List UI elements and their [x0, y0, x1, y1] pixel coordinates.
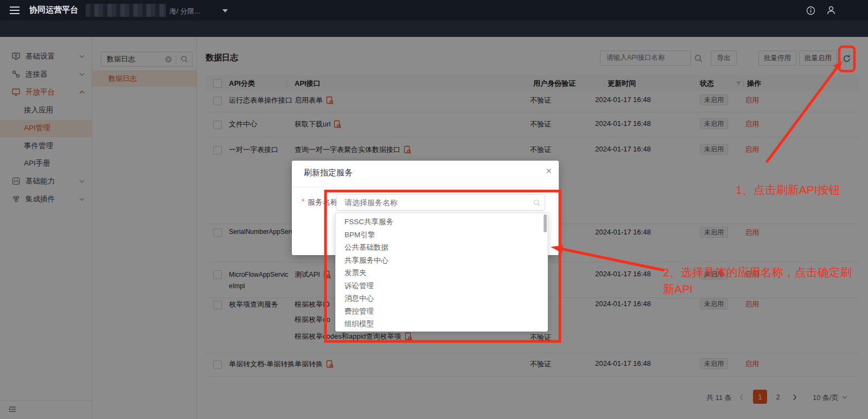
- app-title: 协同运营平台: [29, 5, 78, 15]
- dialog-title: 刷新指定服务: [304, 168, 353, 178]
- required-mark: *: [302, 197, 304, 206]
- menu-icon[interactable]: [10, 7, 20, 14]
- user-icon[interactable]: [826, 5, 836, 15]
- dropdown-scrollbar-thumb[interactable]: [544, 214, 547, 232]
- option-bpm[interactable]: BPM引擎: [336, 228, 547, 242]
- top-bar: 协同运营平台 海/ 分限...: [0, 0, 868, 21]
- service-name-select[interactable]: [336, 194, 545, 211]
- dialog-close-icon[interactable]: ×: [546, 165, 552, 177]
- option-expense-control[interactable]: 费控管理: [336, 305, 547, 318]
- service-options-dropdown: FSSC共享服务 BPM引擎 公共基础数据 共享服务中心 发票夹 诉讼管理 消息…: [335, 213, 548, 332]
- caret-down-icon[interactable]: [222, 9, 228, 12]
- option-message-center[interactable]: 消息中心: [336, 292, 547, 305]
- censored-tenant-name: [86, 4, 166, 17]
- annotation-step-1: 1、点击刷新API按钮: [736, 182, 840, 198]
- service-name-input[interactable]: [343, 198, 525, 207]
- annotation-step-2-line2: 新API: [663, 282, 693, 297]
- option-invoice-folder[interactable]: 发票夹: [336, 266, 547, 280]
- annotation-step-2-line1: 2、选择具体的应用名称，点击确定刷: [663, 265, 852, 280]
- app-root: 协同运营平台 海/ 分限... 管理首页 低代码定制平台 × API管理 × 关…: [0, 0, 868, 419]
- service-name-label: 服务名称:: [308, 198, 340, 207]
- option-shared-service-center[interactable]: 共享服务中心: [336, 254, 547, 267]
- dialog-title-divider: [292, 187, 559, 187]
- info-icon[interactable]: [806, 6, 815, 15]
- tab-bar: 管理首页 低代码定制平台 × API管理 × 关闭全部: [0, 21, 868, 37]
- option-litigation[interactable]: 诉讼管理: [336, 280, 547, 293]
- env-label: 海/ 分限...: [169, 7, 200, 16]
- select-search-icon: [533, 199, 540, 206]
- option-fssc[interactable]: FSSC共享服务: [336, 215, 547, 228]
- option-org-model[interactable]: 组织模型: [336, 318, 547, 331]
- option-public-base-data[interactable]: 公共基础数据: [336, 241, 547, 254]
